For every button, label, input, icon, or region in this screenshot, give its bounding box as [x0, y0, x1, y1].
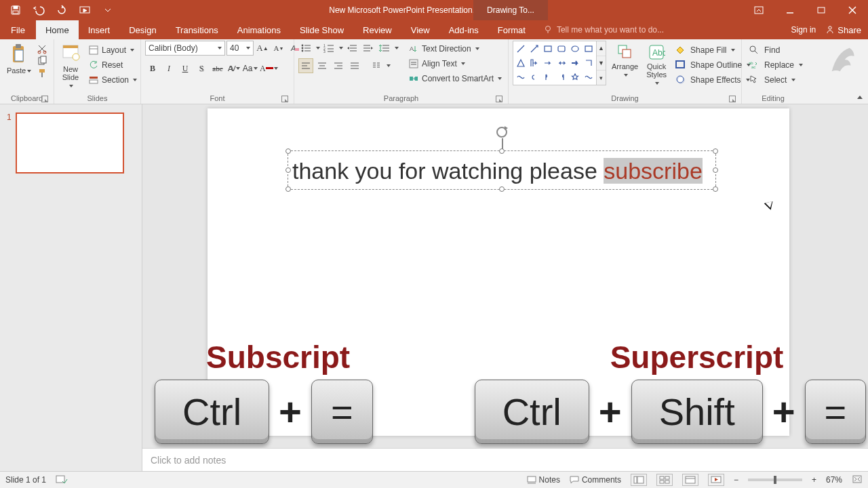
ribbon-display-options-icon[interactable] — [743, 0, 774, 20]
tab-addins[interactable]: Add-ins — [439, 20, 488, 39]
clipboard-launcher-icon[interactable] — [41, 96, 48, 102]
slide-sorter-view-icon[interactable] — [656, 474, 673, 486]
sign-in-link[interactable]: Sign in — [791, 25, 816, 35]
paste-button[interactable]: Paste — [4, 41, 34, 75]
svg-rect-82 — [623, 49, 631, 58]
normal-view-icon[interactable] — [631, 474, 647, 486]
shadow-button[interactable]: S — [194, 61, 209, 76]
comments-toggle-button[interactable]: Comments — [570, 475, 621, 485]
tell-me-search[interactable]: Tell me what you want to do... — [535, 20, 664, 39]
line-spacing-button[interactable] — [377, 41, 392, 56]
resize-handle[interactable] — [713, 186, 718, 192]
close-icon[interactable] — [837, 0, 868, 20]
notes-toggle-button[interactable]: Notes — [527, 475, 560, 485]
replace-button[interactable]: abacReplace — [746, 58, 806, 72]
slide-editor[interactable]: thank you for watching please subscribe … — [142, 104, 868, 471]
tab-animations[interactable]: Animations — [228, 20, 290, 39]
align-center-icon[interactable] — [315, 58, 330, 73]
resize-handle[interactable] — [713, 167, 718, 173]
resize-handle[interactable] — [499, 148, 505, 154]
qat-customize-icon[interactable] — [96, 0, 119, 20]
font-launcher-icon[interactable] — [281, 96, 288, 102]
section-button[interactable]: Section — [85, 73, 140, 87]
tab-review[interactable]: Review — [353, 20, 401, 39]
save-icon[interactable] — [4, 0, 27, 20]
font-size-combo[interactable]: 40 — [226, 41, 254, 56]
tab-design[interactable]: Design — [119, 20, 165, 39]
resize-handle[interactable] — [285, 148, 291, 154]
rotate-handle-icon[interactable] — [496, 127, 507, 138]
minimize-icon[interactable] — [774, 0, 806, 20]
resize-handle[interactable] — [285, 167, 291, 173]
shapes-gallery-scroll[interactable]: ▲▼▾ — [597, 41, 606, 85]
new-slide-button[interactable]: New Slide — [58, 41, 83, 89]
slide-show-view-icon[interactable] — [708, 474, 724, 486]
character-spacing-button[interactable]: AV — [226, 61, 241, 76]
format-painter-icon[interactable] — [37, 68, 47, 79]
zoom-in-button[interactable]: + — [812, 475, 816, 485]
maximize-icon[interactable] — [806, 0, 837, 20]
select-button[interactable]: Select — [746, 73, 806, 87]
font-name-combo[interactable]: Calibri (Body) — [145, 41, 225, 56]
align-text-button[interactable]: Align Text — [406, 57, 505, 70]
zoom-percentage[interactable]: 67% — [826, 475, 842, 485]
slide-thumbnail-1[interactable] — [16, 113, 124, 174]
bold-button[interactable]: B — [145, 61, 160, 76]
justify-icon[interactable] — [347, 58, 362, 73]
tab-slide-show[interactable]: Slide Show — [290, 20, 353, 39]
notes-pane[interactable]: Click to add notes — [142, 448, 868, 471]
paragraph-launcher-icon[interactable] — [496, 96, 502, 102]
tab-transitions[interactable]: Transitions — [166, 20, 228, 39]
drawing-launcher-icon[interactable] — [729, 96, 736, 102]
find-button[interactable]: Find — [746, 43, 806, 57]
zoom-out-button[interactable]: − — [734, 475, 738, 485]
strikethrough-button[interactable]: abc — [210, 61, 225, 76]
decrease-font-size-icon[interactable]: A▼ — [271, 41, 286, 56]
slide-thumbnails-pane[interactable]: 1 — [0, 104, 142, 471]
svg-rect-77 — [545, 46, 551, 52]
cut-icon[interactable] — [37, 43, 47, 54]
underline-button[interactable]: U — [178, 61, 193, 76]
convert-to-smartart-button[interactable]: Convert to SmartArt — [406, 72, 505, 85]
decrease-indent-icon[interactable] — [344, 41, 359, 56]
layout-button[interactable]: Layout — [85, 43, 140, 57]
fit-to-window-icon[interactable] — [852, 474, 863, 486]
italic-button[interactable]: I — [161, 61, 176, 76]
increase-font-size-icon[interactable]: A▲ — [255, 41, 270, 56]
start-from-beginning-icon[interactable] — [73, 0, 96, 20]
resize-handle[interactable] — [713, 148, 718, 154]
tab-insert[interactable]: Insert — [79, 20, 120, 39]
share-button[interactable]: Share — [825, 25, 861, 35]
resize-handle[interactable] — [285, 186, 291, 192]
font-color-button[interactable]: A — [259, 61, 274, 76]
align-right-icon[interactable] — [331, 58, 346, 73]
resize-handle[interactable] — [499, 186, 505, 192]
slide-canvas[interactable]: thank you for watching please subscribe — [208, 108, 789, 436]
tab-view[interactable]: View — [401, 20, 439, 39]
quick-styles-button[interactable]: Abc Quick Styles — [644, 41, 669, 87]
bullets-button[interactable] — [298, 41, 313, 56]
text-direction-button[interactable]: AText Direction — [406, 42, 505, 56]
spell-check-icon[interactable] — [56, 474, 68, 486]
tab-home[interactable]: Home — [36, 20, 79, 39]
align-left-icon[interactable] — [298, 58, 313, 73]
shapes-gallery[interactable] — [513, 41, 597, 85]
reading-view-icon[interactable] — [682, 474, 698, 486]
redo-icon[interactable] — [50, 0, 73, 20]
columns-button[interactable] — [369, 58, 384, 73]
numbering-button[interactable]: 123 — [321, 41, 336, 56]
increase-indent-icon[interactable] — [361, 41, 376, 56]
change-case-button[interactable]: Aa — [243, 61, 258, 76]
text-content[interactable]: thank you for watching please subscribe — [288, 151, 715, 190]
copy-icon[interactable] — [37, 56, 47, 66]
zoom-slider[interactable] — [748, 479, 802, 481]
undo-icon[interactable] — [27, 0, 50, 20]
text-box-selected[interactable]: thank you for watching please subscribe — [288, 150, 716, 190]
collapse-ribbon-icon[interactable] — [856, 94, 864, 102]
tab-file[interactable]: File — [0, 20, 36, 39]
quick-access-toolbar — [0, 0, 119, 20]
reset-button[interactable]: Reset — [85, 58, 140, 72]
tab-format[interactable]: Format — [488, 20, 535, 39]
arrange-button[interactable]: Arrange — [609, 41, 641, 79]
addin-dragon-icon[interactable] — [826, 42, 861, 77]
